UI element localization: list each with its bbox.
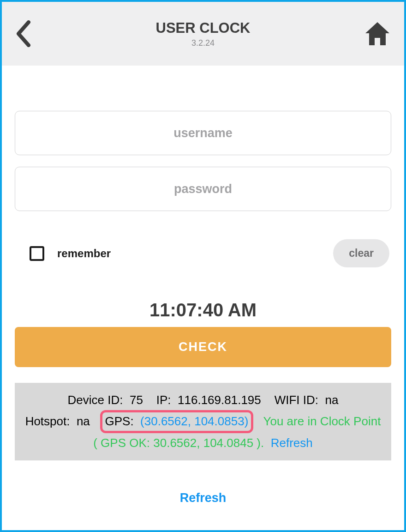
username-input[interactable] <box>15 111 391 155</box>
remember-group: remember <box>30 246 111 261</box>
header: USER CLOCK 3.2.24 <box>2 2 404 66</box>
gps-coords: (30.6562, 104.0853) <box>140 414 248 428</box>
home-icon <box>364 22 390 45</box>
clear-button[interactable]: clear <box>333 239 389 267</box>
chevron-left-icon <box>16 20 31 47</box>
back-button[interactable] <box>16 20 31 47</box>
check-button[interactable]: CHECK <box>15 327 391 367</box>
bottom-refresh-button[interactable]: Refresh <box>2 491 404 505</box>
hotspot-label: Hotspot: <box>25 414 70 428</box>
remember-checkbox[interactable] <box>30 246 44 261</box>
gps-label: GPS: <box>105 414 134 428</box>
password-input[interactable] <box>15 167 391 211</box>
current-time: 11:07:40 AM <box>15 300 391 320</box>
wifi-label: WIFI ID: <box>275 393 318 407</box>
remember-row: remember clear <box>15 223 391 267</box>
remember-label: remember <box>57 247 111 260</box>
device-id-label: Device ID: <box>68 393 123 407</box>
hotspot-value: na <box>77 414 90 428</box>
app-version: 3.2.24 <box>156 38 251 48</box>
status-refresh-link[interactable]: Refresh <box>271 436 313 450</box>
header-center: USER CLOCK 3.2.24 <box>156 20 251 48</box>
page-title: USER CLOCK <box>156 20 251 36</box>
status-box: Device ID: 75 IP: 116.169.81.195 WIFI ID… <box>15 383 391 460</box>
ip-value: 116.169.81.195 <box>178 393 261 407</box>
ip-label: IP: <box>156 393 171 407</box>
gps-highlight: GPS: (30.6562, 104.0853) <box>100 410 254 433</box>
device-id-value: 75 <box>130 393 143 407</box>
content: remember clear 11:07:40 AM CHECK Device … <box>2 66 404 460</box>
wifi-value: na <box>325 393 338 407</box>
home-button[interactable] <box>364 22 390 45</box>
